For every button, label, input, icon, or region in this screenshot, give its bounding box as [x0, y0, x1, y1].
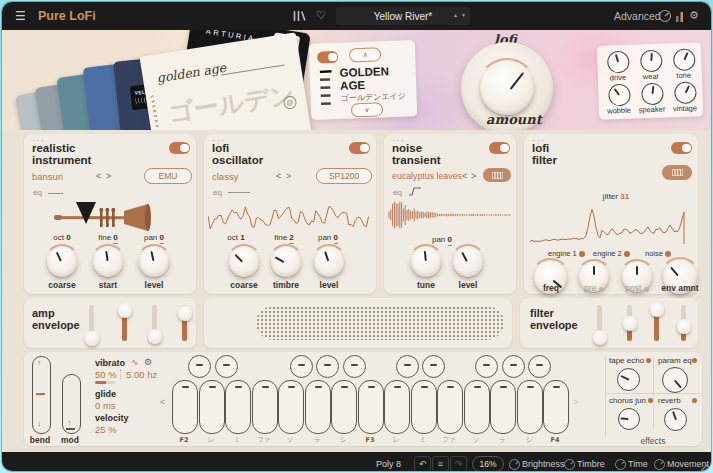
- oscillator-toggle[interactable]: [349, 142, 370, 154]
- instrument-preset[interactable]: bansuri: [32, 171, 63, 182]
- fine-value[interactable]: fine 2: [264, 233, 304, 242]
- white-key[interactable]: [411, 380, 437, 434]
- white-key[interactable]: [331, 380, 357, 434]
- undo-icon[interactable]: ↶: [414, 456, 431, 471]
- keytrack-mode-button[interactable]: [662, 165, 692, 180]
- amp-attack-slider[interactable]: [89, 305, 94, 341]
- black-key[interactable]: [475, 355, 498, 378]
- next-preset-icon[interactable]: >: [286, 171, 291, 181]
- filter-release-slider[interactable]: [681, 305, 686, 341]
- instrument-toggle[interactable]: [169, 142, 190, 154]
- cpu-gauge-icon[interactable]: [658, 9, 672, 23]
- glide-value[interactable]: 0 ms: [95, 400, 116, 411]
- drive-knob[interactable]: [607, 51, 630, 74]
- chorus-jun-label[interactable]: chorus jun: [609, 396, 646, 405]
- favorite-heart-icon[interactable]: ♡: [316, 9, 326, 22]
- white-key[interactable]: [199, 380, 225, 434]
- mod-wheel[interactable]: ↑: [62, 374, 81, 434]
- brightness-macro-knob[interactable]: [509, 459, 520, 470]
- jitter-value[interactable]: jitter 31: [594, 192, 638, 201]
- reverb-label[interactable]: reverb: [658, 396, 681, 405]
- amp-release-slider[interactable]: [182, 305, 187, 341]
- tune-knob[interactable]: [411, 247, 441, 277]
- noise-toggle[interactable]: [489, 142, 510, 154]
- history-menu-icon[interactable]: ≡: [432, 456, 449, 471]
- noise-preset[interactable]: eucalyptus leaves: [392, 171, 462, 181]
- eq-label[interactable]: eq: [213, 188, 222, 197]
- preset-next-icon[interactable]: ▼: [461, 12, 466, 18]
- pan-value[interactable]: pan 0: [308, 233, 348, 242]
- level-knob[interactable]: [314, 247, 344, 277]
- route-engine1[interactable]: engine 1: [548, 249, 585, 258]
- black-key[interactable]: [215, 355, 238, 378]
- white-key[interactable]: [384, 380, 410, 434]
- white-key[interactable]: [252, 380, 278, 434]
- white-key[interactable]: [305, 380, 331, 434]
- oct-value[interactable]: oct 0: [42, 233, 82, 242]
- white-key[interactable]: [437, 380, 463, 434]
- pan-value[interactable]: pan 0: [134, 233, 174, 242]
- white-key[interactable]: [543, 380, 569, 434]
- wobble-knob[interactable]: [608, 84, 631, 107]
- preset-selector[interactable]: Yellow River* ▲ ▼: [336, 7, 470, 25]
- black-key[interactable]: [528, 355, 551, 378]
- reverb-knob[interactable]: [664, 408, 687, 431]
- vibrato-settings-icon[interactable]: ⚙: [144, 357, 152, 367]
- movement-macro-knob[interactable]: [654, 459, 665, 470]
- eq-label[interactable]: eq: [33, 188, 42, 197]
- tape-echo-knob[interactable]: [617, 368, 640, 391]
- param-eq-label[interactable]: param eq: [658, 356, 692, 365]
- level-knob[interactable]: [139, 247, 169, 277]
- prev-preset-icon[interactable]: <: [96, 171, 101, 181]
- eq-label[interactable]: eq: [393, 188, 402, 197]
- oscillator-preset[interactable]: classy: [212, 171, 238, 182]
- oct-value[interactable]: oct 1: [216, 233, 256, 242]
- emu-mode-button[interactable]: EMU: [144, 168, 192, 184]
- library-icon[interactable]: [293, 10, 306, 22]
- redo-icon[interactable]: ↷: [450, 456, 467, 471]
- timbre-macro-knob[interactable]: [564, 459, 575, 470]
- resize-handle[interactable]: [699, 462, 709, 471]
- white-key[interactable]: [278, 380, 304, 434]
- velocity-value[interactable]: 25 %: [95, 424, 117, 435]
- time-macro-label[interactable]: Time: [628, 459, 648, 469]
- brightness-macro-label[interactable]: Brightness: [522, 459, 565, 469]
- param-eq-enable-dot[interactable]: [692, 358, 697, 363]
- chorus-jun-knob[interactable]: [618, 408, 640, 430]
- black-key[interactable]: [422, 355, 445, 378]
- amp-decay-slider[interactable]: [122, 305, 127, 341]
- keyboard-scroll-right-icon[interactable]: >: [573, 397, 578, 407]
- time-macro-knob[interactable]: [615, 459, 626, 470]
- keytrack-mode-button[interactable]: [483, 168, 511, 182]
- bend-wheel[interactable]: ↑ ↓: [32, 356, 51, 434]
- param-eq-knob[interactable]: [662, 367, 688, 393]
- route-noise[interactable]: noise: [645, 249, 671, 258]
- amp-sustain-slider[interactable]: [152, 305, 157, 341]
- sp1200-mode-button[interactable]: SP1200: [316, 168, 372, 184]
- collapse-down-button[interactable]: ∨: [351, 102, 383, 117]
- advanced-toggle[interactable]: Advanced: [614, 10, 661, 22]
- vibrato-depth-value[interactable]: 50 %: [95, 369, 117, 380]
- white-key[interactable]: [490, 380, 516, 434]
- vibrato-rate-value[interactable]: 5.00 hz: [126, 369, 157, 380]
- fine-value[interactable]: fine 0: [88, 233, 128, 242]
- reverb-enable-dot[interactable]: [692, 398, 697, 403]
- black-key[interactable]: [290, 355, 313, 378]
- collapse-up-button[interactable]: ∧: [349, 47, 381, 62]
- settings-gear-icon[interactable]: ⚙: [689, 9, 699, 22]
- route-engine2[interactable]: engine 2: [593, 249, 630, 258]
- lofi-amount-knob[interactable]: [480, 61, 534, 115]
- coarse-knob[interactable]: [229, 247, 259, 277]
- pan-value[interactable]: pan 0: [422, 235, 462, 244]
- polyphony-display[interactable]: Poly 8: [376, 459, 401, 469]
- vintage-knob[interactable]: [674, 81, 697, 104]
- timbre-knob[interactable]: [271, 247, 301, 277]
- black-key[interactable]: [396, 355, 419, 378]
- cpu-usage-pill[interactable]: 16%: [472, 456, 504, 471]
- prev-preset-icon[interactable]: <: [462, 171, 467, 181]
- filter-attack-slider[interactable]: [597, 305, 602, 341]
- tone-knob[interactable]: [673, 48, 696, 71]
- tape-echo-enable-dot[interactable]: [646, 358, 651, 363]
- white-key[interactable]: [358, 380, 384, 434]
- vibrato-depth-bar[interactable]: [95, 381, 115, 384]
